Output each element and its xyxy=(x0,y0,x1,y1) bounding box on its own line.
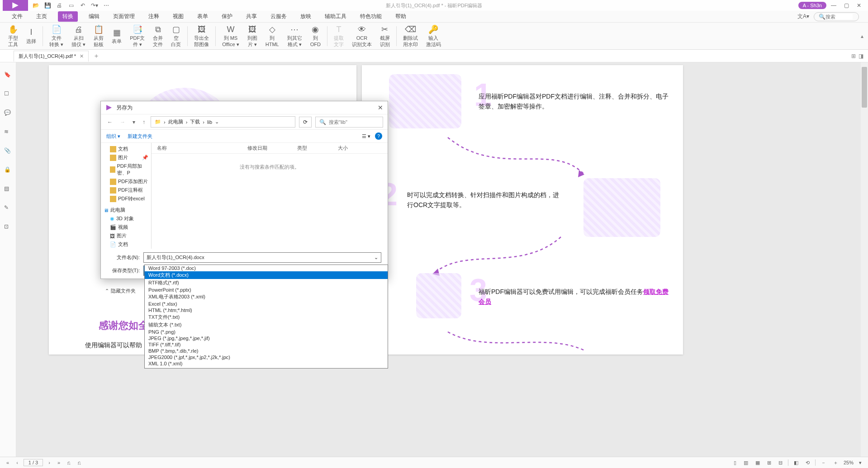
ribbon-scan[interactable]: 🖨从扫描仪 ▾ xyxy=(68,24,89,48)
zoom-level[interactable]: 25% xyxy=(844,460,854,465)
zoom-out-button[interactable]: － xyxy=(819,459,828,467)
filetype-option[interactable]: XML 1.0 (*.xml) xyxy=(145,360,388,367)
view-two-icon[interactable]: ▦ xyxy=(754,459,762,467)
filetype-option[interactable]: JPEG (*.jpg,*.jpeg,*.jpe,*.jif) xyxy=(145,335,388,341)
filetype-option[interactable]: 辅助文本 (*.txt) xyxy=(145,321,388,329)
ribbon-hand[interactable]: ✋手型工具 xyxy=(5,24,22,48)
menu-form[interactable]: 表单 xyxy=(194,11,211,22)
view-twocont-icon[interactable]: ⊞ xyxy=(765,459,773,467)
next-page-button[interactable]: › xyxy=(47,459,52,466)
tree-item[interactable]: 文档 xyxy=(101,145,151,153)
hide-folders-toggle[interactable]: ⌃ 隐藏文件夹 xyxy=(105,288,136,294)
nav-fwd-button[interactable]: → xyxy=(118,118,127,126)
filetype-option[interactable]: HTML (*.htm;*.html) xyxy=(145,307,388,313)
close-button[interactable]: ✕ xyxy=(854,0,864,11)
qat-more-icon[interactable]: ⋯ xyxy=(102,1,110,9)
bookmark-icon[interactable]: 🔖 xyxy=(4,71,12,80)
menu-edit[interactable]: 编辑 xyxy=(86,11,102,22)
view-button[interactable]: ☰ ▾ xyxy=(362,133,370,139)
filetype-option[interactable]: PNG (*.png) xyxy=(145,329,388,335)
menu-protect[interactable]: 保护 xyxy=(219,11,235,22)
first-page-button[interactable]: « xyxy=(5,459,11,466)
zoom-dropdown-icon[interactable]: ▾ xyxy=(857,459,863,467)
tree-item-pc[interactable]: 🖥此电脑 xyxy=(101,206,151,214)
filetype-option[interactable]: BMP (*.bmp,*.dib,*.rle) xyxy=(145,348,388,354)
menu-special[interactable]: 特色功能 xyxy=(357,11,384,22)
tree-item[interactable]: PDF添加图片 xyxy=(101,177,151,186)
security-icon[interactable]: 🔒 xyxy=(4,166,12,175)
ribbon-toother[interactable]: ⋯到其它格式 ▾ xyxy=(284,24,306,48)
refresh-button[interactable]: ⟳ xyxy=(299,117,312,128)
doc-tab[interactable]: 新人引导(1)_OCR(4).pdf * ✕ xyxy=(14,51,89,61)
form-panel-icon[interactable]: ⊡ xyxy=(4,223,12,232)
nav-back-button[interactable]: ← xyxy=(105,118,114,126)
ribbon-pdffile[interactable]: 📑PDF文件 ▾ xyxy=(126,24,148,48)
tree-item[interactable]: 🖼图片 xyxy=(101,232,151,240)
view-wrap-icon[interactable]: ⊟ xyxy=(777,459,784,467)
menu-view[interactable]: 视图 xyxy=(170,11,186,22)
filetype-option[interactable]: PowerPoint (*.pptx) xyxy=(145,287,388,293)
filename-input[interactable]: 新人引导(1)_OCR(4).docx⌄ xyxy=(143,252,381,263)
ribbon-clipboard[interactable]: 📋从剪贴板 xyxy=(90,24,107,48)
panel-toggle2-icon[interactable]: ◨ xyxy=(859,53,863,59)
list-header[interactable]: 名称 修改日期 类型 大小 xyxy=(152,143,388,154)
menu-pages[interactable]: 页面管理 xyxy=(110,11,138,22)
rotate-icon[interactable]: ⟲ xyxy=(804,459,811,467)
panel-toggle-icon[interactable]: ⊞ xyxy=(851,53,856,59)
ribbon-activate[interactable]: 🔑输入激活码 xyxy=(422,24,445,48)
vertical-scrollbar[interactable] xyxy=(861,62,868,457)
sign-icon[interactable]: ▤ xyxy=(4,185,12,194)
filetype-option[interactable]: JPEG2000 (*.jpf,*.jpx,*.jp2,*.j2k,*.jpc) xyxy=(145,354,388,360)
add-tab-button[interactable]: ＋ xyxy=(93,52,100,60)
maximize-button[interactable]: ▢ xyxy=(841,0,852,11)
dialog-search[interactable]: 🔍 xyxy=(315,117,383,128)
menu-cloud[interactable]: 云服务 xyxy=(268,11,289,22)
ribbon-form[interactable]: ▦表单 xyxy=(108,27,125,45)
organize-button[interactable]: 组织 ▾ xyxy=(106,133,120,140)
attachments-icon[interactable]: 📎 xyxy=(4,147,12,156)
redo-sb-icon[interactable]: ⎌ xyxy=(76,459,83,466)
ribbon-blank[interactable]: ▢空白页 xyxy=(167,24,185,48)
undo-sb-icon[interactable]: ⎌ xyxy=(66,459,72,466)
ribbon-delwm[interactable]: ⌫删除试用水印 xyxy=(399,24,422,48)
ribbon-exportimg[interactable]: 🖼导出全部图像 xyxy=(190,24,213,48)
ribbon-toms[interactable]: W到 MSOffice ▾ xyxy=(218,24,243,48)
lang-icon[interactable]: 文A▾ xyxy=(797,13,809,20)
nav-up-button[interactable]: ↑ xyxy=(141,118,147,126)
tree-item[interactable]: ◉3D 对象 xyxy=(101,214,151,223)
tree-item[interactable]: PDF局部加密、P xyxy=(101,162,151,177)
tree-item[interactable]: PDF注释框 xyxy=(101,186,151,194)
filetype-dropdown[interactable]: Word 97-2003 (*.doc)Word文档 (*.docx)RTF格式… xyxy=(144,265,388,369)
view-cont-icon[interactable]: ▥ xyxy=(742,459,750,467)
folder-tree[interactable]: 文档 图片📌 PDF局部加密、P PDF添加图片 PDF注释框 PDF转exce… xyxy=(101,143,152,249)
redo-icon[interactable]: ↷▾ xyxy=(90,1,99,9)
tree-item[interactable]: PDF转excel xyxy=(101,194,151,203)
doc-tab-close-icon[interactable]: ✕ xyxy=(80,53,84,59)
menu-assist[interactable]: 辅助工具 xyxy=(322,11,349,22)
prev-page-button[interactable]: ‹ xyxy=(14,459,20,466)
reflow-icon[interactable]: ◧ xyxy=(792,459,800,467)
comments-icon[interactable]: 💬 xyxy=(4,109,12,118)
filetype-option[interactable]: Word文档 (*.docx) xyxy=(145,271,388,279)
ribbon-extract[interactable]: T提取文字 xyxy=(330,24,347,48)
undo-icon[interactable]: ↶ xyxy=(79,1,87,9)
last-page-button[interactable]: » xyxy=(56,459,62,466)
ribbon-collapse-icon[interactable]: ▴ xyxy=(861,33,863,39)
filetype-option[interactable]: XML电子表格2003 (*.xml) xyxy=(145,293,388,301)
filetype-option[interactable]: RTF格式(*.rtf) xyxy=(145,279,388,287)
filetype-option[interactable]: TXT文件(*.txt) xyxy=(145,313,388,321)
breadcrumb[interactable]: 📁 › 此电脑› 下载› lib ⌄ xyxy=(151,116,295,128)
menu-home[interactable]: 主页 xyxy=(33,11,50,22)
ribbon-screenocr[interactable]: ✂截屏识别 xyxy=(376,24,394,48)
filetype-option[interactable]: Excel (*.xlsx) xyxy=(145,301,388,307)
stamp-icon[interactable]: ✎ xyxy=(4,204,12,213)
tree-item[interactable]: 图片📌 xyxy=(101,153,151,162)
user-badge[interactable]: A - Sh3n xyxy=(798,2,826,9)
menu-search[interactable]: 🔍 xyxy=(814,12,859,21)
open-icon[interactable]: 📂 xyxy=(32,1,40,9)
pages-icon[interactable]: ☐ xyxy=(4,90,12,99)
menu-play[interactable]: 放映 xyxy=(298,11,314,22)
scroll-thumb[interactable] xyxy=(862,67,867,108)
ribbon-tohtml[interactable]: ◇到HTML xyxy=(262,24,283,48)
new-folder-button[interactable]: 新建文件夹 xyxy=(128,133,152,140)
